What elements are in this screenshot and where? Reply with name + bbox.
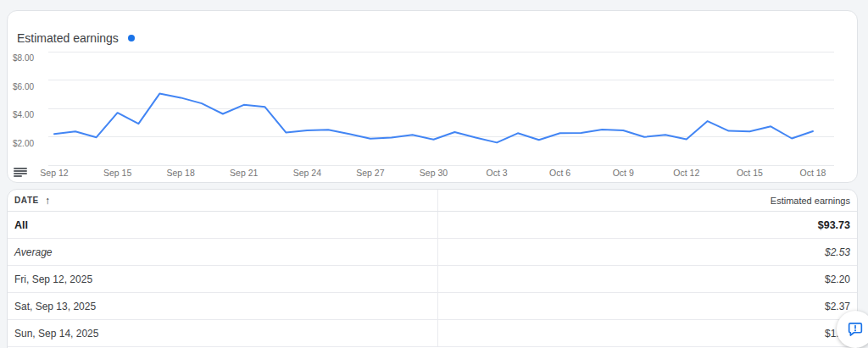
icon-bar bbox=[14, 173, 27, 174]
column-header-estimated-earnings[interactable]: Estimated earnings bbox=[437, 190, 857, 211]
chart-title: Estimated earnings bbox=[17, 31, 119, 45]
svg-text:Sep 27: Sep 27 bbox=[356, 168, 384, 178]
svg-text:Oct 12: Oct 12 bbox=[673, 168, 699, 178]
svg-text:$8.00: $8.00 bbox=[13, 53, 34, 63]
svg-text:Sep 24: Sep 24 bbox=[293, 168, 321, 178]
earnings-table-card: DATE ↑ Estimated earnings All$93.73Avera… bbox=[7, 189, 858, 348]
svg-text:Oct 15: Oct 15 bbox=[737, 168, 763, 178]
earnings-line-chart: $2.00$4.00$6.00$8.00Sep 12Sep 15Sep 18Se… bbox=[8, 11, 857, 182]
date-cell: All bbox=[8, 212, 437, 238]
svg-text:Sep 18: Sep 18 bbox=[167, 168, 195, 178]
table-body: All$93.73Average$2.53Fri, Sep 12, 2025$2… bbox=[8, 212, 857, 347]
svg-text:$6.00: $6.00 bbox=[13, 82, 34, 91]
svg-text:Oct 6: Oct 6 bbox=[549, 168, 570, 178]
earnings-column-label: Estimated earnings bbox=[771, 196, 850, 206]
table-row: Fri, Sep 12, 2025$2.20 bbox=[8, 266, 857, 293]
table-row: All$93.73 bbox=[8, 212, 857, 239]
table-row: Sat, Sep 13, 2025$2.37 bbox=[8, 293, 857, 320]
feedback-button[interactable] bbox=[837, 311, 868, 348]
svg-text:Oct 18: Oct 18 bbox=[800, 168, 826, 178]
feedback-icon bbox=[847, 321, 864, 338]
sort-ascending-icon: ↑ bbox=[45, 195, 51, 207]
date-cell: Average bbox=[8, 239, 437, 265]
date-cell: Sat, Sep 13, 2025 bbox=[8, 293, 437, 319]
svg-text:Sep 12: Sep 12 bbox=[40, 168, 68, 178]
value-cell: $2.37 bbox=[437, 293, 857, 319]
svg-text:Oct 9: Oct 9 bbox=[613, 168, 634, 178]
earnings-chart-card: Estimated earnings $2.00$4.00$6.00$8.00S… bbox=[7, 10, 858, 183]
icon-bar bbox=[14, 168, 27, 169]
legend-dot-icon bbox=[128, 35, 135, 41]
icon-bar bbox=[14, 175, 22, 177]
svg-text:Sep 15: Sep 15 bbox=[103, 168, 131, 178]
svg-text:$2.00: $2.00 bbox=[13, 139, 34, 148]
date-column-label: DATE bbox=[14, 196, 39, 205]
column-header-date[interactable]: DATE ↑ bbox=[8, 190, 437, 211]
svg-text:Sep 30: Sep 30 bbox=[420, 168, 448, 178]
svg-text:Sep 21: Sep 21 bbox=[230, 168, 258, 178]
svg-text:Oct 3: Oct 3 bbox=[487, 168, 508, 178]
table-row: Average$2.53 bbox=[8, 239, 857, 266]
date-cell: Sun, Sep 14, 2025 bbox=[8, 320, 437, 346]
date-cell: Fri, Sep 12, 2025 bbox=[8, 266, 437, 292]
table-row: Sun, Sep 14, 2025$1.96 bbox=[8, 320, 857, 347]
table-header-row: DATE ↑ Estimated earnings bbox=[8, 190, 857, 212]
value-cell: $1.96 bbox=[437, 320, 857, 346]
value-cell: $2.20 bbox=[437, 266, 857, 292]
value-cell: $2.53 bbox=[437, 239, 857, 265]
svg-text:$4.00: $4.00 bbox=[13, 110, 34, 119]
icon-bar bbox=[14, 170, 27, 172]
table-view-icon[interactable] bbox=[14, 167, 27, 178]
chart-legend: Estimated earnings bbox=[17, 31, 135, 45]
value-cell: $93.73 bbox=[437, 212, 857, 238]
